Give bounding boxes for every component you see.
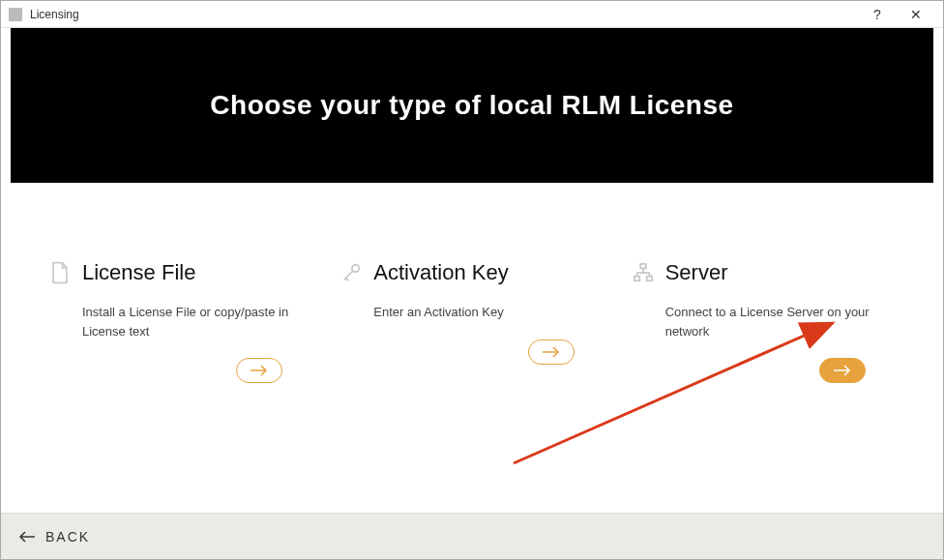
licensing-dialog: Licensing ? ✕ Choose your type of local … <box>0 0 944 560</box>
option-activation-key[interactable]: Activation Key Enter an Activation Key <box>340 260 603 474</box>
arrow-left-icon <box>18 531 36 543</box>
options-area: License File Install a License File or c… <box>1 183 943 513</box>
option-description: Connect to a License Server on your netw… <box>665 303 895 340</box>
option-description: Enter an Activation Key <box>373 303 603 322</box>
svg-rect-7 <box>646 277 652 281</box>
option-head: Activation Key <box>340 260 603 285</box>
svg-line-2 <box>344 271 353 280</box>
network-icon <box>633 261 654 284</box>
svg-line-3 <box>346 279 349 281</box>
help-button[interactable]: ? <box>858 7 897 22</box>
back-label: BACK <box>45 529 90 545</box>
titlebar: Licensing ? ✕ <box>1 1 943 28</box>
option-head: Server <box>633 260 895 285</box>
dialog-header: Choose your type of local RLM License <box>11 28 933 183</box>
file-icon <box>49 261 71 284</box>
option-description: Install a License File or copy/paste in … <box>82 303 311 340</box>
close-button[interactable]: ✕ <box>897 7 935 22</box>
app-icon <box>9 8 22 21</box>
option-server[interactable]: Server Connect to a License Server on yo… <box>633 260 895 474</box>
svg-point-1 <box>352 265 359 272</box>
option-head: License File <box>49 260 311 285</box>
option-server-arrow[interactable] <box>819 358 866 383</box>
svg-rect-6 <box>634 277 639 281</box>
option-title: Server <box>665 260 728 285</box>
back-button[interactable]: BACK <box>18 529 90 545</box>
option-license-file[interactable]: License File Install a License File or c… <box>49 260 311 474</box>
key-icon <box>340 261 362 284</box>
window-title: Licensing <box>30 8 858 21</box>
option-title: License File <box>82 260 195 285</box>
dialog-footer: BACK <box>1 513 943 559</box>
svg-rect-5 <box>640 264 646 269</box>
option-activation-key-arrow[interactable] <box>528 339 575 365</box>
option-title: Activation Key <box>373 260 508 285</box>
header-heading: Choose your type of local RLM License <box>210 90 733 121</box>
option-license-file-arrow[interactable] <box>236 358 282 383</box>
